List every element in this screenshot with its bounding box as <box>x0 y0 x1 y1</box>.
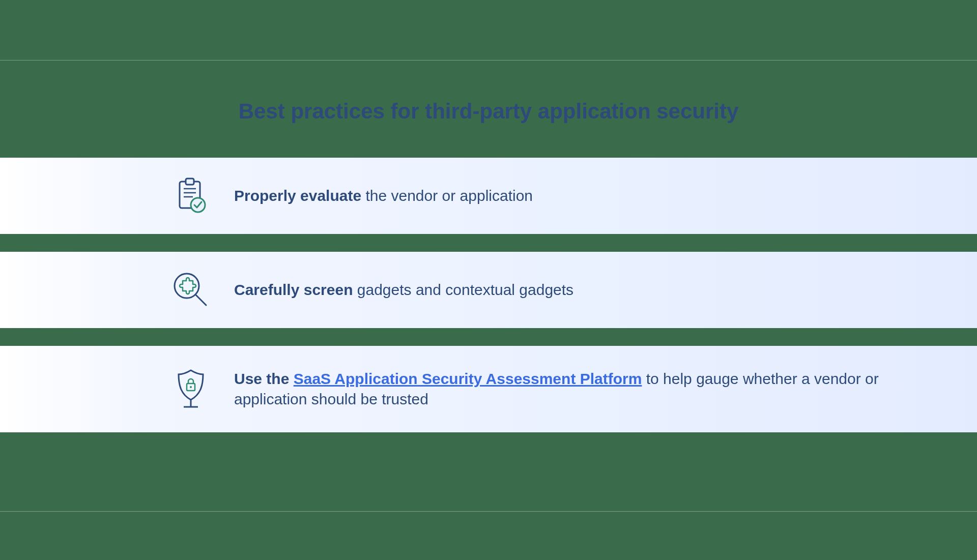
svg-point-9 <box>190 386 192 388</box>
practice-rest-2: gadgets and contextual gadgets <box>353 281 573 298</box>
saas-platform-link[interactable]: SaaS Application Security Assessment Pla… <box>294 370 642 387</box>
svg-rect-1 <box>186 179 194 185</box>
divider-bottom <box>0 511 977 512</box>
practice-text-2: Carefully screen gadgets and contextual … <box>234 280 573 301</box>
clipboard-check-icon <box>168 173 214 219</box>
shield-lock-icon <box>168 366 214 412</box>
page-title: Best practices for third-party applicati… <box>0 99 977 124</box>
practice-card-1: Properly evaluate the vendor or applicat… <box>0 158 977 234</box>
practice-bold-3: Use the <box>234 370 294 387</box>
practice-text-1: Properly evaluate the vendor or applicat… <box>234 186 533 207</box>
magnify-puzzle-icon <box>168 267 214 313</box>
svg-line-7 <box>196 295 206 305</box>
practice-card-3: Use the SaaS Application Security Assess… <box>0 346 977 432</box>
divider-top <box>0 60 977 61</box>
practice-bold-1: Properly evaluate <box>234 187 361 204</box>
svg-point-5 <box>191 198 205 212</box>
practice-text-3: Use the SaaS Application Security Assess… <box>234 369 916 410</box>
practice-rest-1: the vendor or application <box>361 187 533 204</box>
practice-card-2: Carefully screen gadgets and contextual … <box>0 252 977 328</box>
practice-bold-2: Carefully screen <box>234 281 353 298</box>
